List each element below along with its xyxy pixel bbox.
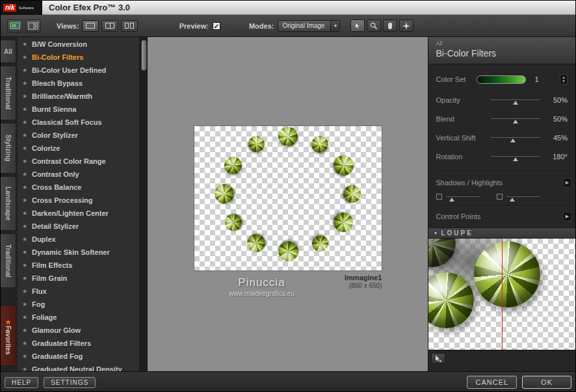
tab-traditional-1[interactable]: Traditional: [1, 66, 16, 120]
filter-item[interactable]: ★Contrast Only: [18, 168, 139, 181]
shadows-mini-slider[interactable]: [436, 194, 480, 200]
filter-item-label: Foliage: [32, 313, 57, 321]
filter-item[interactable]: ★B/W Conversion: [18, 38, 139, 51]
filter-item[interactable]: ★Film Grain: [18, 272, 139, 285]
single-view-button[interactable]: [82, 20, 99, 32]
slider-track[interactable]: [491, 137, 540, 138]
star-icon: ★: [22, 353, 32, 359]
nik-logo-mark: nik: [3, 4, 16, 12]
flower-graphic: [311, 235, 329, 252]
flower-graphic: [330, 209, 357, 235]
compare-tool-button[interactable]: [399, 20, 413, 32]
loupe-header[interactable]: ▼ LOUPE: [428, 228, 575, 239]
filter-item[interactable]: ★Fog: [18, 298, 139, 311]
modes-dropdown-value: Original Image: [282, 22, 324, 29]
star-icon: ★: [22, 249, 32, 255]
filter-item[interactable]: ★Graduated Neutral Density: [18, 363, 139, 371]
filter-list-scrollbar[interactable]: [140, 37, 148, 371]
tab-all[interactable]: All: [1, 40, 16, 63]
title-bar: nik Software Color Efex Pro™ 3.0: [1, 1, 575, 15]
zoom-tool-button[interactable]: [367, 20, 381, 32]
filter-item[interactable]: ★Bi-Color User Defined: [18, 64, 139, 77]
slider-track[interactable]: [491, 99, 540, 100]
star-icon: ★: [22, 223, 32, 229]
control-points-expand-button[interactable]: ▶: [563, 212, 571, 221]
settings-button[interactable]: SETTINGS: [44, 377, 96, 388]
magnifier-icon: [370, 22, 378, 30]
layout-button[interactable]: [25, 20, 41, 33]
slider-track[interactable]: [491, 118, 540, 119]
filter-item[interactable]: ★Duplex: [18, 233, 139, 246]
divider: [436, 205, 568, 206]
color-set-swatch[interactable]: [477, 75, 526, 84]
color-set-spinner[interactable]: ▲▼: [560, 74, 568, 85]
filter-item[interactable]: ★Detail Stylizer: [18, 220, 139, 233]
slider-thumb[interactable]: [510, 138, 516, 142]
slider-thumb[interactable]: [513, 157, 518, 161]
star-icon: ★: [22, 54, 32, 60]
filter-item[interactable]: ★Graduated Fog: [18, 350, 139, 363]
preview-canvas[interactable]: Pinuccia www.maidiregrafica.eu Immagine1…: [148, 37, 427, 371]
control-points-row: Control Points ▶: [436, 211, 568, 222]
mini-slider-track[interactable]: [506, 196, 540, 197]
mini-slider-track[interactable]: [446, 196, 480, 197]
cursor-star-icon: [434, 355, 442, 363]
divider: [436, 172, 568, 172]
split-view-button[interactable]: [101, 20, 118, 32]
tab-landscape[interactable]: Landscape: [1, 176, 16, 231]
ok-button[interactable]: OK: [522, 376, 571, 389]
filter-item[interactable]: ★Film Effects: [18, 259, 139, 272]
shadows-highlights-expand-button[interactable]: ▶: [563, 178, 571, 187]
tab-traditional-2[interactable]: Traditional: [1, 233, 16, 288]
color-set-row: Color Set 1 ▲▼: [436, 71, 568, 88]
filter-item[interactable]: ★Dynamic Skin Softener: [18, 246, 139, 259]
filter-item-label: Film Grain: [32, 274, 67, 282]
star-icon: ★: [22, 184, 32, 190]
image-name: Immagine1: [294, 274, 382, 281]
filter-item[interactable]: ★Graduated Filters: [18, 337, 139, 350]
cursor-tool-button[interactable]: [350, 20, 365, 32]
filter-item[interactable]: ★Cross Balance: [18, 181, 139, 194]
preview-image[interactable]: [194, 126, 382, 270]
filter-item[interactable]: ★Brilliance/Warmth: [18, 90, 139, 103]
filter-item[interactable]: ★Darken/Lighten Center: [18, 207, 139, 220]
star-icon: ★: [22, 236, 32, 242]
filter-item[interactable]: ★Glamour Glow: [18, 324, 139, 337]
filter-item[interactable]: ★Bi-Color Filters: [18, 51, 139, 64]
filter-item[interactable]: ★Flux: [18, 285, 139, 298]
filter-item[interactable]: ★Burnt Sienna: [18, 103, 139, 116]
footer-bar: HELP SETTINGS CANCEL OK: [1, 371, 575, 392]
filter-item[interactable]: ★Foliage: [18, 311, 139, 324]
slider-thumb[interactable]: [510, 198, 515, 202]
slider-list: Opacity50%Blend50%Vertical Shift45%Rotat…: [436, 90, 568, 166]
filter-item-label: Graduated Fog: [32, 352, 83, 360]
filter-item-label: Bi-Color User Defined: [32, 66, 106, 74]
panel-title: Bi-Color Filters: [436, 48, 568, 59]
highlights-mini-slider[interactable]: [497, 194, 540, 200]
filter-item[interactable]: ★Classical Soft Focus: [18, 116, 139, 129]
tab-favorites[interactable]: ★ Favorites: [1, 305, 16, 366]
chevron-down-icon: ▼: [562, 79, 566, 83]
modes-dropdown[interactable]: Original Image ▼: [278, 20, 340, 32]
loupe-pin-button[interactable]: [431, 353, 445, 364]
preview-checkbox[interactable]: ✓: [213, 22, 220, 30]
side-by-side-view-button[interactable]: [121, 20, 138, 32]
slider-thumb[interactable]: [513, 101, 518, 105]
slider-thumb[interactable]: [449, 198, 454, 202]
slider-track[interactable]: [491, 156, 540, 157]
filter-item-label: B/W Conversion: [32, 40, 87, 48]
help-button[interactable]: HELP: [5, 377, 38, 388]
loupe-view[interactable]: [428, 239, 575, 350]
pan-tool-button[interactable]: [383, 20, 397, 32]
filter-item[interactable]: ★Color Stylizer: [18, 129, 139, 142]
tab-stylizing[interactable]: Stylizing: [1, 123, 16, 174]
slider-thumb[interactable]: [513, 120, 518, 124]
filter-item[interactable]: ★Contrast Color Range: [18, 155, 139, 168]
cancel-button[interactable]: CANCEL: [467, 376, 517, 389]
scrollbar-thumb[interactable]: [141, 40, 147, 71]
modes-label: Modes:: [249, 22, 274, 30]
filter-item[interactable]: ★Colorize: [18, 142, 139, 155]
filter-item[interactable]: ★Bleach Bypass: [18, 77, 139, 90]
display-settings-button[interactable]: [7, 20, 23, 33]
filter-item[interactable]: ★Cross Processing: [18, 194, 139, 207]
